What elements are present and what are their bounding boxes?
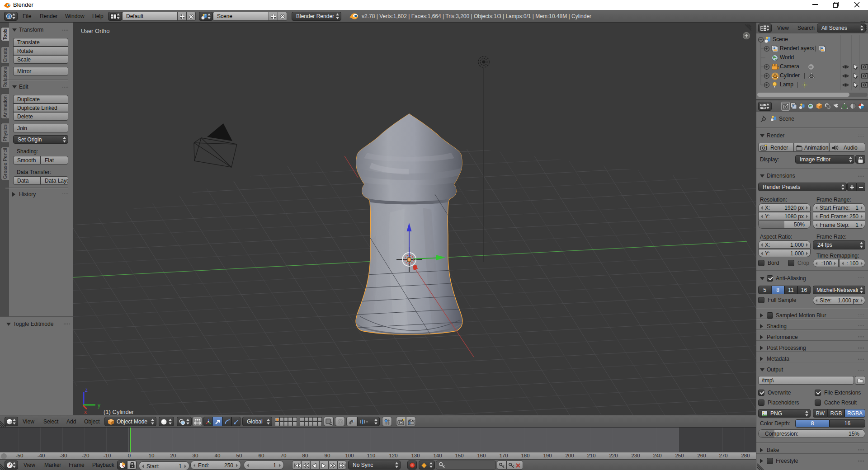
svg-text:x: x (84, 409, 87, 415)
svg-text:y: y (98, 402, 100, 409)
svg-text:z: z (85, 387, 88, 393)
